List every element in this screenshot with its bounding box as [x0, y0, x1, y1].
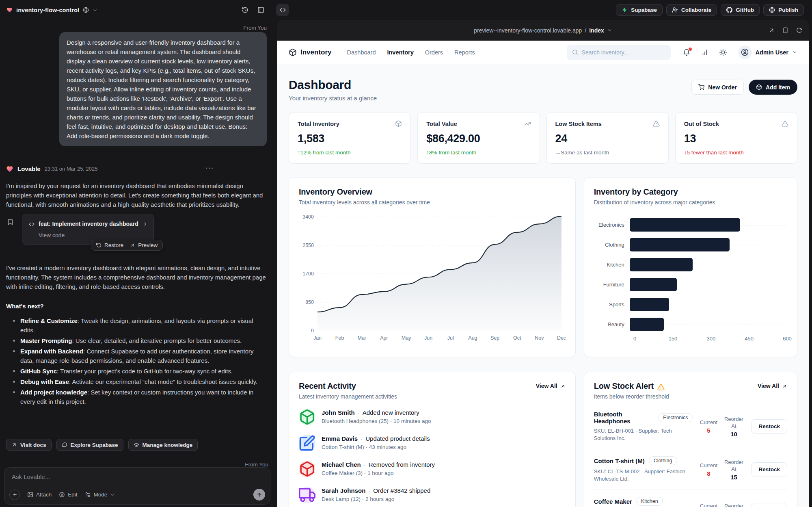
new-order-button[interactable]: New Order [691, 80, 744, 95]
from-you-label: From You [243, 23, 267, 32]
category-badge: Electronics [658, 413, 693, 422]
restore-button[interactable]: Restore [96, 240, 123, 250]
chat-composer[interactable]: Attach Edit Mode [4, 467, 270, 505]
publish-button[interactable]: Publish [763, 4, 804, 16]
bookmark-icon[interactable] [7, 219, 14, 225]
category-bar-row: Clothing [594, 236, 787, 254]
supabase-button[interactable]: Supabase [616, 4, 663, 16]
add-context-button[interactable] [9, 490, 20, 500]
code-view-toggle[interactable] [276, 4, 289, 16]
app-brand[interactable]: Inventory [289, 48, 332, 56]
cart-icon [698, 84, 704, 90]
low-stock-row: Cotton T-shirt (M) Clothing SKU: CL-TS-M… [594, 449, 787, 490]
category-bar-chart: ElectronicsClothingKitchenFurnitureSport… [594, 216, 787, 345]
chevron-down-icon [792, 50, 797, 55]
chart-title: Inventory by Category [594, 187, 787, 197]
nav-link-dashboard[interactable]: Dashboard [347, 49, 376, 56]
notifications-button[interactable] [683, 49, 690, 56]
collaborate-button[interactable]: Collaborate [666, 4, 717, 16]
restore-preview-pill: Restore Preview [91, 240, 163, 251]
kpi-delta: ↑12% from last month [298, 150, 402, 156]
kpi-label: Out of Stock [684, 121, 719, 127]
list-item: Add project knowledge: Set key context o… [6, 388, 267, 406]
message-timestamp: 23:31 on Mar 25, 2025 [45, 164, 98, 173]
top-chrome-bar: inventory-flow-control Supabase Collabor… [0, 0, 812, 20]
view-all-low-stock-link[interactable]: View All [758, 383, 787, 389]
recent-activity-card: Recent Activity Latest inventory managem… [289, 372, 576, 507]
view-code-link[interactable]: View code [39, 231, 148, 240]
bar-axis: 0150300450600 [635, 336, 787, 345]
chart-subtitle: Distribution of inventory across major c… [594, 199, 787, 206]
nav-link-orders[interactable]: Orders [425, 49, 443, 56]
kpi-value: $86,429.00 [426, 132, 531, 145]
explore-supabase-button[interactable]: Explore Supabase [56, 439, 123, 451]
add-item-button[interactable]: Add Item [749, 80, 797, 95]
analytics-icon[interactable] [701, 49, 708, 56]
preview-button[interactable]: Preview [130, 240, 158, 250]
activity-detail: Desk Lamp (12) · 2 hours ago [322, 496, 430, 502]
history-icon[interactable] [242, 6, 248, 13]
rotate-ccw-icon [96, 243, 102, 248]
chat-input[interactable] [12, 473, 263, 480]
search-input[interactable] [582, 49, 655, 56]
section-title-row: Low Stock Alert [594, 381, 669, 391]
kpi-card-total-value: Total Value $86,429.00 ↑8% from last mon… [417, 112, 540, 164]
panel-toggle-icon[interactable] [257, 6, 264, 13]
svg-text:Oct: Oct [513, 335, 521, 341]
visit-docs-button[interactable]: Visit docs [6, 439, 52, 451]
plus-icon [12, 492, 17, 497]
arrow-up-right-icon [130, 243, 135, 248]
project-menu[interactable]: inventory-flow-control [6, 0, 97, 20]
preview-url-bar[interactable]: preview--inventory-flow-control.lovable.… [277, 20, 809, 41]
nav-link-inventory[interactable]: Inventory [387, 49, 413, 56]
preview-url: preview--inventory-flow-control.lovable.… [474, 27, 582, 34]
restock-button[interactable]: Restock [751, 462, 787, 477]
svg-text:0: 0 [311, 328, 314, 334]
category-bar [630, 238, 730, 251]
user-plus-icon [672, 7, 678, 13]
app-viewport: Inventory Dashboard Inventory Orders Rep… [277, 41, 809, 507]
github-button[interactable]: GitHub [721, 4, 760, 16]
activity-user: Sarah Johnson [322, 487, 365, 494]
search-inventory-pill[interactable] [567, 45, 671, 60]
attach-label: Attach [36, 490, 52, 499]
mobile-view-icon[interactable] [782, 27, 788, 33]
assistant-summary: I've created a modern inventory dashboar… [6, 263, 267, 291]
mode-selector[interactable]: Mode [85, 490, 115, 499]
refresh-icon[interactable] [796, 27, 802, 33]
message-menu-icon[interactable]: ··· [206, 163, 214, 173]
mode-label: Mode [94, 490, 108, 499]
trending-up-icon [524, 120, 531, 127]
assistant-name: Lovable [17, 164, 41, 173]
svg-text:Apr: Apr [380, 335, 388, 341]
view-all-activity-link[interactable]: View All [536, 383, 566, 389]
app-navbar: Inventory Dashboard Inventory Orders Rep… [277, 41, 809, 64]
user-menu[interactable]: Admin User [738, 46, 797, 59]
current-label: Current [700, 503, 717, 507]
send-button[interactable] [253, 489, 265, 500]
category-bar-row: Beauty [594, 316, 787, 333]
manage-knowledge-button[interactable]: Manage knowledge [128, 439, 198, 451]
activity-item: Sarah Johnson·Order #3842 shipped Desk L… [299, 487, 566, 503]
kpi-delta: ↑8% from last month [426, 150, 531, 156]
edit-button[interactable]: Edit [59, 490, 77, 499]
brand-label: Inventory [300, 48, 332, 56]
view-all-label: View All [536, 383, 557, 389]
chat-panel: From You Design a responsive and user-fr… [0, 20, 277, 507]
attach-button[interactable]: Attach [27, 490, 52, 499]
alert-triangle-icon [782, 120, 788, 127]
restock-button[interactable]: Restock [751, 419, 787, 434]
activity-user: Michael Chen [322, 461, 361, 468]
chart-subtitle: Total inventory levels across all catego… [299, 199, 566, 206]
svg-text:May: May [402, 335, 411, 341]
open-external-icon[interactable] [769, 27, 775, 33]
current-label: Current [700, 462, 717, 468]
nav-link-reports[interactable]: Reports [454, 49, 475, 56]
theme-toggle-sun-icon[interactable] [719, 49, 727, 56]
box-icon [289, 48, 297, 56]
activity-action: Added new inventory [363, 409, 419, 416]
restock-button[interactable]: Restock [751, 503, 787, 507]
kpi-label: Low Stock Items [555, 121, 602, 127]
collaborate-label: Collaborate [681, 7, 711, 13]
activity-detail: Coffee Maker (3) · 1 hour ago [322, 470, 435, 476]
